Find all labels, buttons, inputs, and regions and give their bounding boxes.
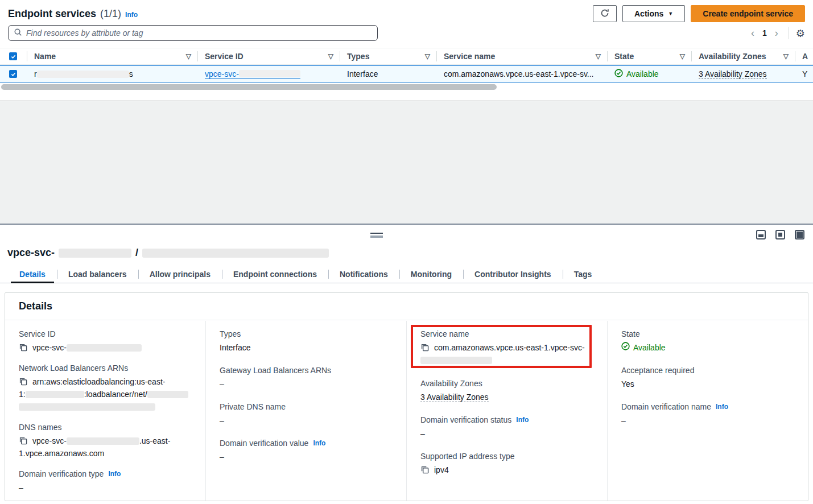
cell-name-partial-end: s — [129, 69, 133, 79]
cell-state-value: Available — [626, 69, 659, 79]
info-link[interactable]: Info — [716, 403, 728, 411]
column-header-acceptance-partial-label: A — [802, 52, 808, 61]
cell-name: r s — [27, 69, 198, 79]
cell-service-id: vpce-svc- — [198, 69, 340, 79]
sort-icon[interactable]: ▽ — [186, 52, 191, 60]
split-panel-drag-handle[interactable] — [370, 233, 383, 238]
column-header-availability-zones[interactable]: Availability Zones ▽ — [692, 48, 795, 64]
search-box[interactable] — [8, 25, 378, 41]
field-value: – — [420, 427, 593, 440]
column-header-service-id[interactable]: Service ID ▽ — [198, 48, 340, 64]
field-label: Types — [220, 329, 393, 338]
gear-icon[interactable]: ⚙ — [796, 27, 805, 39]
details-heading: Details — [19, 300, 52, 312]
service-id-link[interactable]: vpce-svc- — [205, 69, 300, 79]
copy-icon[interactable] — [19, 377, 27, 385]
prev-page-icon[interactable]: ‹ — [748, 28, 758, 38]
horizontal-scrollbar-thumb[interactable] — [1, 84, 497, 90]
refresh-icon — [600, 9, 609, 19]
sort-icon[interactable]: ▽ — [425, 52, 430, 60]
availability-zones-popover-trigger[interactable]: 3 Availability Zones — [420, 393, 489, 402]
redacted-panel-service-id — [59, 249, 131, 258]
field-supported-ip-address-type: Supported IP address type ipv4 — [420, 452, 593, 476]
panel-tabs: Details Load balancers Allow principals … — [0, 266, 813, 283]
field-value: ipv4 — [420, 464, 593, 476]
page-number[interactable]: 1 — [758, 28, 771, 38]
info-link[interactable]: Info — [108, 470, 121, 478]
column-header-name[interactable]: Name ▽ — [27, 48, 198, 64]
tab-contributor-insights[interactable]: Contributor Insights — [463, 266, 563, 283]
cell-state: Available — [608, 69, 692, 79]
select-all-cell — [0, 48, 27, 64]
redacted-service-name-tail — [420, 357, 492, 364]
panel-title: vpce-svc- / — [7, 247, 329, 259]
refresh-button[interactable] — [593, 5, 617, 22]
select-all-checkbox[interactable] — [9, 52, 17, 60]
detail-split-panel: vpce-svc- / Details Load balancers Allow… — [0, 224, 813, 504]
info-link[interactable]: Info — [516, 416, 529, 424]
tab-endpoint-connections[interactable]: Endpoint connections — [222, 266, 328, 283]
availability-zones-popover-trigger[interactable]: 3 Availability Zones — [699, 69, 767, 79]
field-label: Service ID — [19, 329, 192, 338]
row-checkbox[interactable] — [9, 70, 17, 78]
panel-size-full-icon[interactable] — [795, 230, 804, 239]
cell-availability-zones: 3 Availability Zones — [692, 69, 795, 79]
field-gateway-load-balancers-arns: Gateway Load Balancers ARNs – — [220, 366, 393, 390]
next-page-icon[interactable]: › — [771, 28, 782, 38]
tab-load-balancers[interactable]: Load balancers — [57, 266, 138, 283]
column-header-name-label: Name — [34, 52, 56, 61]
tab-details[interactable]: Details — [8, 266, 57, 283]
field-label: DNS names — [19, 423, 192, 432]
tab-tags[interactable]: Tags — [563, 266, 604, 283]
field-value: – — [220, 378, 393, 390]
info-link[interactable]: Info — [313, 439, 325, 447]
field-service-name: Service name com.amazonaws.vpce.us-east-… — [420, 329, 593, 366]
table-row[interactable]: r s vpce-svc- Interface com.amazonaws.vp… — [0, 65, 813, 82]
column-header-types-label: Types — [347, 52, 369, 61]
cell-types: Interface — [340, 69, 437, 79]
horizontal-scrollbar — [1, 84, 812, 90]
tab-allow-principals[interactable]: Allow principals — [138, 266, 222, 283]
column-header-state[interactable]: State ▽ — [608, 48, 692, 64]
panel-size-half-icon[interactable] — [775, 230, 785, 239]
field-value: – — [220, 414, 393, 427]
create-endpoint-service-button[interactable]: Create endpoint service — [691, 5, 805, 22]
title-info-link[interactable]: Info — [125, 11, 138, 19]
field-value: vpce-svc-.us-east- 1.vpce.amazonaws.com — [19, 435, 192, 460]
split-panel-size-controls — [756, 230, 804, 239]
header-actions: Actions ▼ Create endpoint service — [593, 5, 805, 22]
panel-title-separator: / — [135, 247, 138, 259]
field-value: vpce-svc- — [19, 341, 192, 354]
redacted-service-id — [239, 70, 300, 77]
field-state: State Available — [621, 329, 794, 354]
cell-acceptance-partial-value: Y — [802, 69, 807, 79]
page-title-group: Endpoint services (1/1) Info — [8, 8, 138, 20]
panel-size-small-icon[interactable] — [756, 230, 766, 239]
tab-monitoring[interactable]: Monitoring — [399, 266, 463, 283]
sort-icon[interactable]: ▽ — [783, 52, 789, 60]
redacted-dns-id — [67, 437, 139, 445]
column-header-acceptance-partial[interactable]: A — [795, 48, 813, 64]
panel-title-prefix: vpce-svc- — [7, 247, 55, 259]
field-dns-names: DNS names vpce-svc-.us-east- 1.vpce.amaz… — [19, 423, 192, 460]
copy-icon[interactable] — [420, 465, 429, 473]
cell-types-value: Interface — [347, 69, 378, 79]
sort-icon[interactable]: ▽ — [328, 52, 333, 60]
field-acceptance-required: Acceptance required Yes — [621, 366, 794, 390]
field-label: Domain verification type — [19, 469, 104, 478]
column-header-service-name[interactable]: Service name ▽ — [437, 48, 608, 64]
tab-notifications[interactable]: Notifications — [328, 266, 399, 283]
field-label: Domain verification value — [220, 439, 308, 448]
copy-icon[interactable] — [19, 436, 27, 444]
copy-icon[interactable] — [19, 342, 27, 351]
actions-button[interactable]: Actions ▼ — [622, 5, 685, 22]
search-input[interactable] — [26, 28, 372, 38]
sort-icon[interactable]: ▽ — [680, 52, 685, 60]
search-row: ‹ 1 › ⚙ — [8, 24, 805, 42]
copy-icon[interactable] — [420, 342, 429, 351]
details-column-1: Service ID vpce-svc- Network Load Balanc… — [5, 321, 206, 501]
column-header-types[interactable]: Types ▽ — [340, 48, 437, 64]
resource-count: (1/1) — [100, 8, 121, 20]
sort-icon[interactable]: ▽ — [596, 52, 601, 60]
field-label: Domain verification name — [621, 402, 711, 411]
